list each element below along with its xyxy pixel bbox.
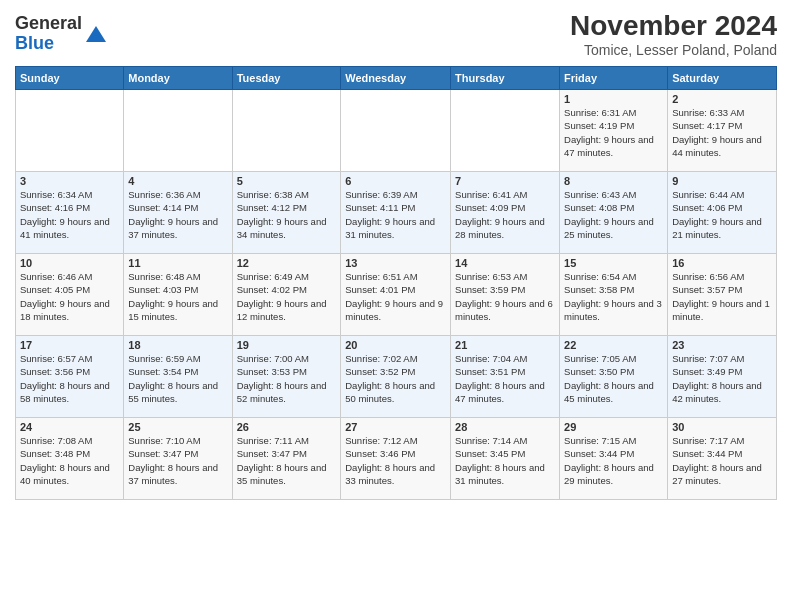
header-saturday: Saturday: [668, 67, 777, 90]
table-row: 14Sunrise: 6:53 AMSunset: 3:59 PMDayligh…: [451, 254, 560, 336]
table-row: 5Sunrise: 6:38 AMSunset: 4:12 PMDaylight…: [232, 172, 341, 254]
day-number: 17: [20, 339, 119, 351]
logo-text: General Blue: [15, 14, 82, 54]
table-row: 23Sunrise: 7:07 AMSunset: 3:49 PMDayligh…: [668, 336, 777, 418]
day-number: 9: [672, 175, 772, 187]
day-info: Sunrise: 6:48 AMSunset: 4:03 PMDaylight:…: [128, 270, 227, 323]
day-number: 24: [20, 421, 119, 433]
table-row: 21Sunrise: 7:04 AMSunset: 3:51 PMDayligh…: [451, 336, 560, 418]
day-info: Sunrise: 7:15 AMSunset: 3:44 PMDaylight:…: [564, 434, 663, 487]
table-row: 27Sunrise: 7:12 AMSunset: 3:46 PMDayligh…: [341, 418, 451, 500]
table-row: 3Sunrise: 6:34 AMSunset: 4:16 PMDaylight…: [16, 172, 124, 254]
day-info: Sunrise: 6:56 AMSunset: 3:57 PMDaylight:…: [672, 270, 772, 323]
day-number: 25: [128, 421, 227, 433]
table-row: 25Sunrise: 7:10 AMSunset: 3:47 PMDayligh…: [124, 418, 232, 500]
calendar-week-1: 3Sunrise: 6:34 AMSunset: 4:16 PMDaylight…: [16, 172, 777, 254]
day-number: 14: [455, 257, 555, 269]
calendar-week-2: 10Sunrise: 6:46 AMSunset: 4:05 PMDayligh…: [16, 254, 777, 336]
table-row: 6Sunrise: 6:39 AMSunset: 4:11 PMDaylight…: [341, 172, 451, 254]
day-info: Sunrise: 6:38 AMSunset: 4:12 PMDaylight:…: [237, 188, 337, 241]
table-row: 16Sunrise: 6:56 AMSunset: 3:57 PMDayligh…: [668, 254, 777, 336]
table-row: 17Sunrise: 6:57 AMSunset: 3:56 PMDayligh…: [16, 336, 124, 418]
day-number: 7: [455, 175, 555, 187]
table-row: [16, 90, 124, 172]
day-info: Sunrise: 7:05 AMSunset: 3:50 PMDaylight:…: [564, 352, 663, 405]
day-info: Sunrise: 7:14 AMSunset: 3:45 PMDaylight:…: [455, 434, 555, 487]
header-thursday: Thursday: [451, 67, 560, 90]
table-row: 9Sunrise: 6:44 AMSunset: 4:06 PMDaylight…: [668, 172, 777, 254]
table-row: [341, 90, 451, 172]
table-row: 18Sunrise: 6:59 AMSunset: 3:54 PMDayligh…: [124, 336, 232, 418]
table-row: 30Sunrise: 7:17 AMSunset: 3:44 PMDayligh…: [668, 418, 777, 500]
day-number: 19: [237, 339, 337, 351]
day-info: Sunrise: 6:39 AMSunset: 4:11 PMDaylight:…: [345, 188, 446, 241]
day-number: 2: [672, 93, 772, 105]
day-number: 16: [672, 257, 772, 269]
table-row: 10Sunrise: 6:46 AMSunset: 4:05 PMDayligh…: [16, 254, 124, 336]
logo-general: General: [15, 14, 82, 34]
page: General Blue November 2024 Tomice, Lesse…: [0, 0, 792, 612]
day-number: 1: [564, 93, 663, 105]
day-info: Sunrise: 7:11 AMSunset: 3:47 PMDaylight:…: [237, 434, 337, 487]
table-row: 8Sunrise: 6:43 AMSunset: 4:08 PMDaylight…: [560, 172, 668, 254]
day-info: Sunrise: 7:17 AMSunset: 3:44 PMDaylight:…: [672, 434, 772, 487]
table-row: 15Sunrise: 6:54 AMSunset: 3:58 PMDayligh…: [560, 254, 668, 336]
table-row: 28Sunrise: 7:14 AMSunset: 3:45 PMDayligh…: [451, 418, 560, 500]
day-info: Sunrise: 6:46 AMSunset: 4:05 PMDaylight:…: [20, 270, 119, 323]
day-info: Sunrise: 6:34 AMSunset: 4:16 PMDaylight:…: [20, 188, 119, 241]
day-info: Sunrise: 6:43 AMSunset: 4:08 PMDaylight:…: [564, 188, 663, 241]
day-info: Sunrise: 6:53 AMSunset: 3:59 PMDaylight:…: [455, 270, 555, 323]
day-info: Sunrise: 7:04 AMSunset: 3:51 PMDaylight:…: [455, 352, 555, 405]
day-info: Sunrise: 7:07 AMSunset: 3:49 PMDaylight:…: [672, 352, 772, 405]
header-monday: Monday: [124, 67, 232, 90]
day-info: Sunrise: 6:33 AMSunset: 4:17 PMDaylight:…: [672, 106, 772, 159]
day-info: Sunrise: 7:02 AMSunset: 3:52 PMDaylight:…: [345, 352, 446, 405]
day-number: 13: [345, 257, 446, 269]
calendar-subtitle: Tomice, Lesser Poland, Poland: [570, 42, 777, 58]
day-info: Sunrise: 6:57 AMSunset: 3:56 PMDaylight:…: [20, 352, 119, 405]
day-number: 8: [564, 175, 663, 187]
day-number: 11: [128, 257, 227, 269]
title-section: November 2024 Tomice, Lesser Poland, Pol…: [570, 10, 777, 58]
table-row: 26Sunrise: 7:11 AMSunset: 3:47 PMDayligh…: [232, 418, 341, 500]
day-number: 26: [237, 421, 337, 433]
header-wednesday: Wednesday: [341, 67, 451, 90]
day-number: 28: [455, 421, 555, 433]
day-number: 5: [237, 175, 337, 187]
day-info: Sunrise: 7:00 AMSunset: 3:53 PMDaylight:…: [237, 352, 337, 405]
calendar-week-4: 24Sunrise: 7:08 AMSunset: 3:48 PMDayligh…: [16, 418, 777, 500]
day-info: Sunrise: 6:44 AMSunset: 4:06 PMDaylight:…: [672, 188, 772, 241]
table-row: 2Sunrise: 6:33 AMSunset: 4:17 PMDaylight…: [668, 90, 777, 172]
table-row: 13Sunrise: 6:51 AMSunset: 4:01 PMDayligh…: [341, 254, 451, 336]
day-info: Sunrise: 7:12 AMSunset: 3:46 PMDaylight:…: [345, 434, 446, 487]
calendar-week-3: 17Sunrise: 6:57 AMSunset: 3:56 PMDayligh…: [16, 336, 777, 418]
logo: General Blue: [15, 14, 108, 54]
header: General Blue November 2024 Tomice, Lesse…: [15, 10, 777, 58]
table-row: [451, 90, 560, 172]
header-friday: Friday: [560, 67, 668, 90]
day-number: 12: [237, 257, 337, 269]
logo-icon: [84, 22, 108, 46]
table-row: 1Sunrise: 6:31 AMSunset: 4:19 PMDaylight…: [560, 90, 668, 172]
day-number: 29: [564, 421, 663, 433]
day-number: 21: [455, 339, 555, 351]
calendar-table: Sunday Monday Tuesday Wednesday Thursday…: [15, 66, 777, 500]
header-tuesday: Tuesday: [232, 67, 341, 90]
day-number: 27: [345, 421, 446, 433]
calendar-week-0: 1Sunrise: 6:31 AMSunset: 4:19 PMDaylight…: [16, 90, 777, 172]
day-number: 18: [128, 339, 227, 351]
day-info: Sunrise: 7:10 AMSunset: 3:47 PMDaylight:…: [128, 434, 227, 487]
day-number: 23: [672, 339, 772, 351]
day-info: Sunrise: 6:59 AMSunset: 3:54 PMDaylight:…: [128, 352, 227, 405]
day-number: 3: [20, 175, 119, 187]
day-number: 30: [672, 421, 772, 433]
day-number: 22: [564, 339, 663, 351]
table-row: 24Sunrise: 7:08 AMSunset: 3:48 PMDayligh…: [16, 418, 124, 500]
day-info: Sunrise: 6:41 AMSunset: 4:09 PMDaylight:…: [455, 188, 555, 241]
calendar-title: November 2024: [570, 10, 777, 42]
table-row: 12Sunrise: 6:49 AMSunset: 4:02 PMDayligh…: [232, 254, 341, 336]
day-info: Sunrise: 6:49 AMSunset: 4:02 PMDaylight:…: [237, 270, 337, 323]
table-row: 19Sunrise: 7:00 AMSunset: 3:53 PMDayligh…: [232, 336, 341, 418]
logo-blue: Blue: [15, 34, 82, 54]
header-sunday: Sunday: [16, 67, 124, 90]
